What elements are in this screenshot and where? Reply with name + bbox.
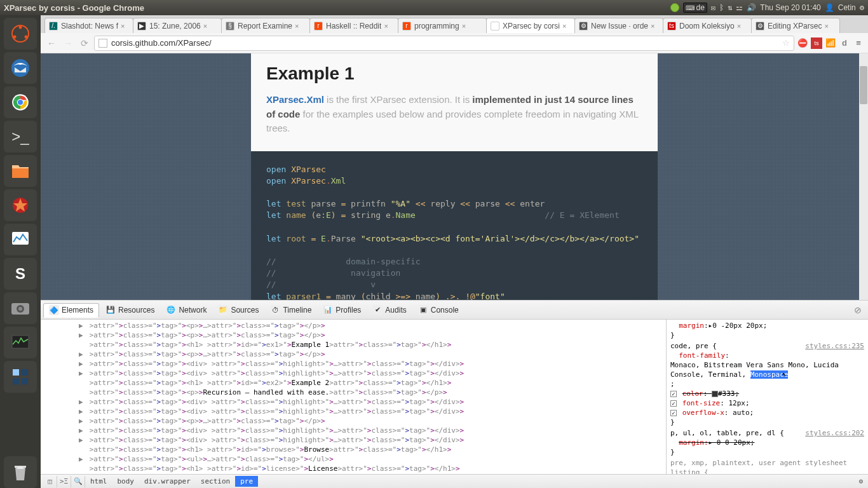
breadcrumb-item[interactable]: body (112, 476, 140, 487)
user-name[interactable]: Cetin (838, 3, 856, 12)
tab-label: XParsec by corsi (503, 22, 560, 30)
xparsec-xml-link[interactable]: XParsec.Xml (266, 94, 324, 105)
tab-close-icon[interactable]: × (295, 22, 299, 30)
keyboard-indicator[interactable]: ⌨ de (683, 3, 707, 13)
mail-icon[interactable]: ✉ (711, 3, 715, 12)
article-lead: XParsec.Xml is the first XParsec extensi… (266, 93, 642, 136)
dom-node[interactable]: >attr>">class>=">tag>"><p>>Recursion – h… (79, 388, 663, 397)
dom-node[interactable]: ▶ >attr>">class>=">tag>"><p>>…>attr>">cl… (79, 416, 663, 426)
adblock-icon[interactable]: ⛔ (797, 37, 808, 49)
dom-node[interactable]: ▶ >attr>">class>=">tag>"><ul>>…>attr>">c… (79, 454, 663, 464)
tab-close-icon[interactable]: × (462, 22, 466, 30)
tab-close-icon[interactable]: × (384, 22, 388, 30)
browser-tab[interactable]: rprogramming× (398, 18, 487, 33)
breadcrumb-item[interactable]: pre (235, 476, 258, 487)
code-block: open XParsec open XParsec.Xml let test p… (251, 151, 658, 301)
tab-close-icon[interactable]: × (203, 22, 207, 30)
url-bar[interactable]: corsis.github.com/XParsec/ ☆ (94, 36, 794, 51)
browser-tab[interactable]: tsDoom Koleksiyo× (663, 18, 752, 33)
dom-node[interactable]: ▶ >attr>">class>=">tag>"><p>>…>attr>">cl… (79, 349, 663, 359)
dom-node[interactable]: ▶ >attr>">class>=">tag>"><div> >attr>">c… (79, 407, 663, 416)
browser-tab[interactable]: rHaskell :: Reddit× (309, 18, 398, 33)
bluetooth-icon[interactable]: ᛒ (719, 3, 724, 12)
clock[interactable]: Thu Sep 20 01:40 (760, 3, 820, 12)
tab-close-icon[interactable]: × (651, 22, 654, 30)
profiles-icon: 📊 (323, 305, 333, 315)
devtools-tab-sources[interactable]: 📁Sources (213, 303, 264, 317)
sources-icon: 📁 (218, 305, 228, 315)
chrome-icon[interactable] (4, 86, 37, 118)
dom-node[interactable]: >attr>">class>=">tag>"><h1> >attr>">id>=… (79, 464, 663, 473)
reload-button[interactable]: ⟳ (78, 36, 92, 50)
devtools-tab-profiles[interactable]: 📊Profiles (318, 303, 366, 317)
ext-ts-icon[interactable]: ts (811, 37, 822, 49)
article-card: Example 1 XParsec.Xml is the first XPars… (251, 53, 658, 151)
browser-tab[interactable]: §Report Examine× (221, 18, 310, 33)
devtools-tab-timeline[interactable]: ⏱Timeline (265, 303, 316, 317)
dock-button[interactable]: ◫ (43, 476, 57, 487)
devtools-tab-elements[interactable]: 🔷Elements (43, 303, 99, 318)
star-icon[interactable]: ☆ (782, 38, 790, 48)
thunderbird-icon[interactable] (4, 52, 37, 84)
browser-toolbar: ← → ⟳ corsis.github.com/XParsec/ ☆ ⛔ ts … (41, 33, 868, 53)
devtools-tab-audits[interactable]: ✔Audits (367, 303, 411, 317)
status-icon[interactable] (670, 3, 679, 12)
trash-icon[interactable] (4, 456, 37, 488)
dom-node[interactable]: ▶ >attr>">class>=">tag>"><div> >attr>">c… (79, 369, 663, 378)
system-monitor-icon[interactable] (4, 327, 37, 358)
power-icon[interactable]: ⚙ (860, 3, 864, 12)
dom-node[interactable]: ▶ >attr>">class>=">tag>"><div> >attr>">c… (79, 397, 663, 407)
breadcrumb-item[interactable]: div.wrapper (139, 476, 196, 487)
app-star-icon[interactable] (4, 189, 37, 221)
elements-panel[interactable]: ▶ >attr>">class>=">tag>"><p>>…>attr>">cl… (41, 320, 666, 474)
devtools-tab-resources[interactable]: 💾Resources (100, 303, 159, 317)
skype-icon[interactable]: S (4, 258, 37, 290)
breadcrumb-item[interactable]: html (85, 476, 112, 487)
dom-node[interactable]: >attr>">class>=">tag>"><h1> >attr>">id>=… (79, 340, 663, 349)
console-toggle[interactable]: >Ξ (57, 476, 71, 487)
tab-close-icon[interactable]: × (562, 22, 566, 30)
monitor-icon[interactable] (4, 224, 37, 255)
devtools-tab-console[interactable]: ▣Console (413, 303, 464, 317)
wifi-icon[interactable]: ⚍ (736, 3, 743, 12)
forward-button[interactable]: → (61, 36, 75, 50)
dom-node[interactable]: >attr>">class>=">tag>"><h1> >attr>">id>=… (79, 378, 663, 388)
workspace-icon[interactable] (4, 361, 37, 393)
dom-node[interactable]: ▶ >attr>">class>=">tag>"><div> >attr>">c… (79, 359, 663, 369)
styles-link[interactable]: styles.css:202 (805, 428, 864, 438)
browser-tab[interactable]: /.Slashdot: News f× (44, 18, 133, 33)
browser-tab[interactable]: ⚙New Issue · orde× (574, 18, 663, 33)
settings-icon[interactable]: ⚙ (858, 477, 863, 485)
rss-icon[interactable]: 📶 (825, 37, 836, 49)
terminal-icon[interactable]: >_ (4, 121, 37, 152)
dom-node[interactable]: ▶ >attr>">class>=">tag>"><div> >attr>">c… (79, 426, 663, 435)
tab-close-icon[interactable]: × (737, 22, 741, 30)
tab-close-icon[interactable]: × (121, 22, 125, 30)
back-button[interactable]: ← (44, 36, 58, 50)
browser-tab[interactable]: ⚙Editing XParsec× (751, 18, 840, 33)
devtools-tab-network[interactable]: 🌐Network (161, 303, 212, 317)
dom-node[interactable]: ▶ >attr>">class>=">tag>"><p>>…>attr>">cl… (79, 321, 663, 330)
ext-d-icon[interactable]: d (839, 37, 850, 49)
user-icon[interactable]: 👤 (825, 3, 834, 12)
styles-panel[interactable]: margin:▸0 -20px 20px;} styles.css:235 co… (666, 320, 868, 474)
devtools-close[interactable]: ⊘ (850, 305, 865, 315)
camera-icon[interactable] (4, 292, 37, 324)
browser-tab[interactable]: ▶15: Zune, 2006× (133, 18, 222, 33)
volume-icon[interactable]: 🔊 (747, 3, 756, 12)
dom-node[interactable]: ▶ >attr>">class>=">tag>"><p>>…>attr>">cl… (79, 330, 663, 340)
audits-icon: ✔ (372, 305, 383, 315)
page-scrollbar[interactable] (859, 53, 868, 300)
dom-node[interactable]: ▶ >attr>">class>=">tag>"><div> >attr>">c… (79, 435, 663, 445)
menu-icon[interactable]: ≡ (853, 37, 864, 49)
inspect-button[interactable]: 🔍 (71, 476, 85, 487)
network-icon[interactable]: ⇅ (728, 3, 732, 12)
browser-tab[interactable]: XParsec by corsi× (486, 18, 575, 33)
svg-point-4 (11, 59, 29, 77)
tab-close-icon[interactable]: × (824, 22, 828, 30)
dash-icon[interactable] (4, 18, 37, 50)
dom-node[interactable]: >attr>">class>=">tag>"><h1> >attr>">id>=… (79, 445, 663, 454)
breadcrumb-item[interactable]: section (196, 476, 235, 487)
files-icon[interactable] (4, 155, 37, 187)
styles-link[interactable]: styles.css:235 (805, 341, 864, 351)
